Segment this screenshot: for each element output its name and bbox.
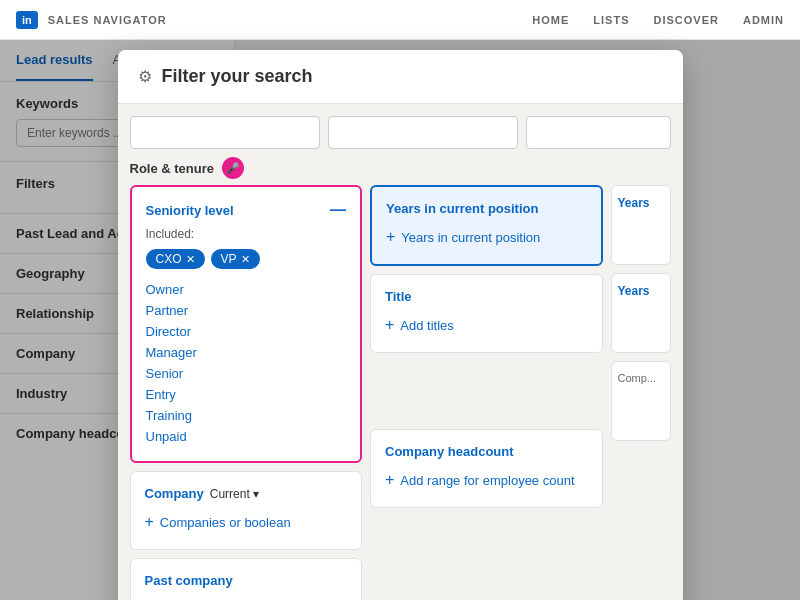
nav-home[interactable]: HOME	[532, 14, 569, 26]
title-card-title-row: Title	[385, 289, 588, 304]
past-company-card: Past company + Add past companies	[130, 558, 363, 600]
years2-narrow-label: Years	[618, 284, 650, 298]
modal-overlay: ⚙ Filter your search Role & tenure 🎤	[0, 40, 800, 600]
search-input-1[interactable]	[130, 116, 320, 149]
tag-cxo[interactable]: CXO ✕	[146, 249, 205, 269]
nav-brand: SALES NAVIGATOR	[48, 14, 167, 26]
chevron-down-icon: ▾	[253, 487, 259, 501]
company-plus-icon: +	[145, 513, 154, 531]
option-director[interactable]: Director	[146, 321, 347, 342]
seniority-title-row: Seniority level —	[146, 201, 347, 219]
nav-discover[interactable]: DISCOVER	[653, 14, 718, 26]
top-nav: in SALES NAVIGATOR HOME LISTS DISCOVER A…	[0, 0, 800, 40]
headcount-plus-icon: +	[385, 471, 394, 489]
main-content: Lead results Accou... Keywords Filters P…	[0, 40, 800, 600]
company-card: Company Current ▾ + Companies or boolean	[130, 471, 363, 550]
filter-icon: ⚙	[138, 67, 152, 86]
seniority-collapse-btn[interactable]: —	[330, 201, 346, 219]
company-title: Company	[145, 486, 204, 501]
option-partner[interactable]: Partner	[146, 300, 347, 321]
tag-cxo-label: CXO	[156, 252, 182, 266]
seniority-included-label: Included:	[146, 227, 347, 241]
years-current-plus-icon: +	[386, 228, 395, 246]
headcount-title: Company headcount	[385, 444, 514, 459]
left-column: Seniority level — Included: CXO ✕ V	[130, 185, 363, 600]
right-narrow-column: Years Years Comp...	[611, 185, 671, 600]
role-tenure-label: Role & tenure	[130, 161, 215, 176]
past-company-title: Past company	[145, 573, 233, 588]
headcount-add-btn[interactable]: + Add range for employee count	[385, 467, 588, 493]
tag-vp-remove[interactable]: ✕	[241, 253, 250, 266]
seniority-tags: CXO ✕ VP ✕	[146, 249, 347, 269]
past-company-title-row: Past company	[145, 573, 348, 588]
seniority-card: Seniority level — Included: CXO ✕ V	[130, 185, 363, 463]
nav-lists[interactable]: LISTS	[593, 14, 629, 26]
company-add-label: Companies or boolean	[160, 515, 291, 530]
modal-title: Filter your search	[162, 66, 313, 87]
headcount-add-label: Add range for employee count	[400, 473, 574, 488]
role-tenure-section: Role & tenure 🎤	[130, 157, 671, 179]
seniority-options: Owner Partner Director Manager Senior En…	[146, 279, 347, 447]
option-training[interactable]: Training	[146, 405, 347, 426]
spacer	[370, 361, 603, 421]
seniority-title: Seniority level	[146, 203, 234, 218]
years-current-add-btn[interactable]: + Years in current position	[386, 224, 587, 250]
tag-cxo-remove[interactable]: ✕	[186, 253, 195, 266]
years-narrow-card: Years	[611, 185, 671, 265]
title-add-btn[interactable]: + Add titles	[385, 312, 588, 338]
search-input-2[interactable]	[328, 116, 518, 149]
nav-logo: in	[16, 11, 38, 29]
past-company-add-btn[interactable]: + Add past companies	[145, 596, 348, 600]
search-input-3[interactable]	[526, 116, 671, 149]
nav-admin[interactable]: ADMIN	[743, 14, 784, 26]
company-header: Company Current ▾	[145, 486, 348, 501]
years-current-add-label: Years in current position	[401, 230, 540, 245]
title-card: Title + Add titles	[370, 274, 603, 353]
company-dropdown[interactable]: Current ▾	[210, 487, 259, 501]
years-current-card: Years in current position + Years in cur…	[370, 185, 603, 266]
modal-body: Role & tenure 🎤 Seniority level — I	[118, 104, 683, 600]
option-manager[interactable]: Manager	[146, 342, 347, 363]
years-narrow-label: Years	[618, 196, 650, 210]
title-add-label: Add titles	[400, 318, 453, 333]
filter-cards-container: Seniority level — Included: CXO ✕ V	[130, 185, 671, 600]
modal-header: ⚙ Filter your search	[118, 50, 683, 104]
headcount-title-row: Company headcount	[385, 444, 588, 459]
headcount-card: Company headcount + Add range for employ…	[370, 429, 603, 508]
option-unpaid[interactable]: Unpaid	[146, 426, 347, 447]
middle-column: Years in current position + Years in cur…	[370, 185, 603, 600]
years2-narrow-card: Years	[611, 273, 671, 353]
nav-links: HOME LISTS DISCOVER ADMIN	[532, 14, 784, 26]
microphone-button[interactable]: 🎤	[222, 157, 244, 179]
option-entry[interactable]: Entry	[146, 384, 347, 405]
company-add-btn[interactable]: + Companies or boolean	[145, 509, 348, 535]
search-row	[130, 116, 671, 149]
title-card-title: Title	[385, 289, 412, 304]
title-plus-icon: +	[385, 316, 394, 334]
option-senior[interactable]: Senior	[146, 363, 347, 384]
filter-modal: ⚙ Filter your search Role & tenure 🎤	[118, 50, 683, 600]
tag-vp[interactable]: VP ✕	[211, 249, 260, 269]
years-current-title-row: Years in current position	[386, 201, 587, 216]
comp-narrow-label: Comp...	[618, 372, 657, 384]
tag-vp-label: VP	[221, 252, 237, 266]
option-owner[interactable]: Owner	[146, 279, 347, 300]
company-dropdown-label: Current	[210, 487, 250, 501]
years-current-title: Years in current position	[386, 201, 538, 216]
comp-narrow-card: Comp...	[611, 361, 671, 441]
